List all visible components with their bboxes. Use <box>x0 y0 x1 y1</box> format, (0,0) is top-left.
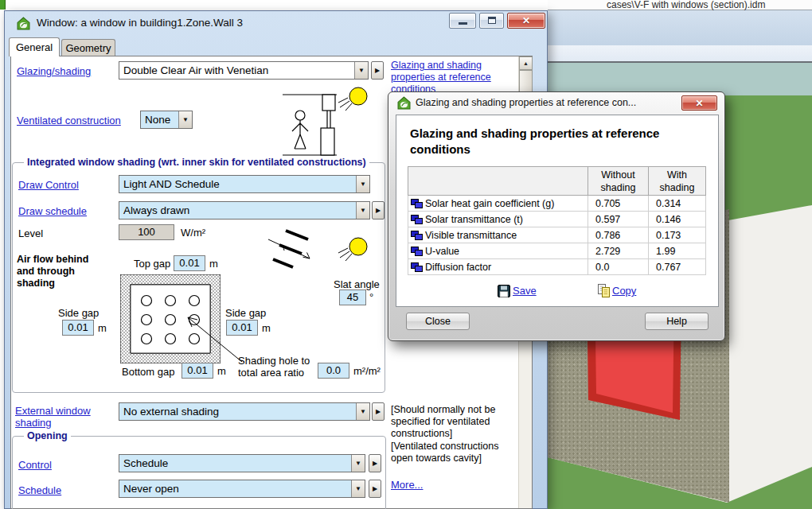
top-gap-unit: m <box>209 258 218 270</box>
slat-angle-unit: ° <box>369 291 373 303</box>
table-row[interactable]: Visible transmittance 0.786 0.173 <box>408 227 706 243</box>
more-link[interactable]: More... <box>391 479 423 491</box>
table-row[interactable]: Solar transmittance (t) 0.597 0.146 <box>408 212 706 227</box>
app-house-icon <box>17 17 30 30</box>
side-gap-left-unit: m <box>98 322 107 334</box>
airflow-note: Air flow behind and through shading <box>17 254 96 289</box>
minimize-icon <box>459 22 467 25</box>
copy-link[interactable]: Copy <box>612 285 636 297</box>
maximize-icon <box>488 17 496 24</box>
draw-schedule-expand-button[interactable]: ▶ <box>372 201 385 220</box>
top-gap-input[interactable]: 0.01 <box>174 255 205 271</box>
table-row[interactable]: Diffusion factor 0.0 0.767 <box>408 259 706 275</box>
sun-icon <box>337 85 370 112</box>
slat-angle-input[interactable]: 45 <box>339 289 366 305</box>
scroll-up-button[interactable]: ▲ <box>519 56 533 70</box>
draw-control-select[interactable]: Light AND Schedule ▼ <box>119 175 370 193</box>
ventilated-construction-link[interactable]: Ventilated construction <box>17 115 121 126</box>
col-with-shading: With shading <box>649 167 706 196</box>
opening-control-expand-button[interactable]: ▶ <box>369 454 381 472</box>
chevron-down-icon[interactable]: ▼ <box>356 176 369 192</box>
close-icon: ✕ <box>682 96 716 111</box>
glazing-expand-button[interactable]: ▶ <box>371 61 384 80</box>
tab-geometry[interactable]: Geometry <box>61 39 115 56</box>
dialog-close-action-button[interactable]: Close <box>406 313 470 330</box>
window-title: Window: a window in building1.Zone.Wall … <box>37 17 243 29</box>
level-input[interactable]: 100 <box>119 224 174 240</box>
parent-toolbar-band <box>548 10 812 45</box>
glazing-properties-dialog: Glazing and shading properties at refere… <box>388 91 725 341</box>
external-shading-expand-button[interactable]: ▶ <box>372 402 385 421</box>
group-title: Opening <box>24 430 71 441</box>
glazing-shading-link[interactable]: Glazing/shading <box>17 65 91 77</box>
document-path-text: cases\V-F with windows (section).idm <box>607 0 765 10</box>
side-gap-left-label: Side gap <box>58 307 99 319</box>
draw-schedule-select[interactable]: Always drawn ▼ <box>119 201 370 220</box>
object-icon <box>411 231 423 240</box>
maximize-button[interactable] <box>479 13 504 29</box>
opening-group: Opening <box>12 436 386 509</box>
expand-arrow-icon: ▶ <box>376 408 381 415</box>
expand-arrow-icon: ▶ <box>373 485 377 492</box>
chevron-down-icon[interactable]: ▼ <box>178 111 192 128</box>
table-row[interactable]: U-value 2.729 1.99 <box>408 243 706 259</box>
opening-schedule-expand-button[interactable]: ▶ <box>369 480 381 498</box>
ventilated-construction-select[interactable]: None ▼ <box>140 111 193 129</box>
chevron-down-icon[interactable]: ▼ <box>351 480 365 497</box>
empty-header-cell <box>408 167 588 196</box>
close-button[interactable]: ✕ <box>507 13 545 29</box>
object-icon <box>411 247 423 256</box>
object-icon <box>411 215 423 224</box>
external-shading-note: [Should normally not be specified for ve… <box>391 404 520 440</box>
opening-schedule-select[interactable]: Never open ▼ <box>119 480 365 498</box>
dialog-content-panel: Glazing and shading properties at refere… <box>396 115 719 307</box>
opening-control-link[interactable]: Control <box>18 459 52 471</box>
properties-table: Without shading With shading Solar heat … <box>408 166 706 275</box>
external-shading-select[interactable]: No external shading ▼ <box>119 402 370 421</box>
parent-toolbar-band2 <box>548 45 812 63</box>
object-icon <box>411 262 423 272</box>
table-row[interactable]: Solar heat gain coefficient (g) 0.705 0.… <box>408 196 706 212</box>
slat-angle-illustration <box>268 228 319 273</box>
object-icon <box>411 199 423 208</box>
dialog-close-button[interactable]: ✕ <box>681 95 717 111</box>
group-title: Integrated window shading (wrt. inner sk… <box>24 157 369 168</box>
save-link[interactable]: Save <box>513 285 537 297</box>
expand-arrow-icon: ▶ <box>376 207 381 214</box>
draw-schedule-link[interactable]: Draw schedule <box>18 205 87 217</box>
reference-properties-link[interactable]: Glazing and shading properties at refere… <box>391 60 494 95</box>
dialog-help-button[interactable]: Help <box>645 313 709 330</box>
close-icon: ✕ <box>508 14 545 28</box>
title-bar[interactable]: Window: a window in building1.Zone.Wall … <box>5 11 547 36</box>
chevron-down-icon[interactable]: ▼ <box>351 455 365 472</box>
level-label: Level <box>18 227 43 239</box>
minimize-button[interactable] <box>449 13 476 29</box>
chevron-down-icon[interactable]: ▼ <box>354 62 368 79</box>
level-unit: W/m² <box>181 227 205 239</box>
glazing-shading-select[interactable]: Double Clear Air with Venetian ▼ <box>119 61 369 80</box>
opening-note: [Ventilated constructions open towards c… <box>391 441 520 464</box>
external-window-shading-link[interactable]: External window shading <box>15 405 107 429</box>
side-gap-right-unit: m <box>262 322 271 334</box>
taskbar-icon-sliver <box>0 0 6 10</box>
dialog-heading: Glazing and shading properties at refere… <box>410 126 690 157</box>
hole-ratio-input[interactable]: 0.0 <box>318 363 349 379</box>
hole-ratio-unit: m²/m² <box>353 365 381 377</box>
tab-general[interactable]: General <box>9 37 60 56</box>
top-gap-label: Top gap <box>134 258 170 270</box>
slat-angle-label: Slat angle <box>334 278 380 290</box>
chevron-down-icon[interactable]: ▼ <box>356 403 369 420</box>
sun-icon <box>337 235 370 262</box>
copy-icon <box>597 284 611 297</box>
side-gap-left-input[interactable]: 0.01 <box>62 320 94 336</box>
opening-control-select[interactable]: Schedule ▼ <box>119 454 365 472</box>
dialog-title: Glazing and shading properties at refere… <box>416 97 636 108</box>
chevron-down-icon[interactable]: ▼ <box>356 202 369 219</box>
opening-schedule-link[interactable]: Schedule <box>18 484 61 496</box>
bottom-gap-label: Bottom gap <box>122 366 175 378</box>
bottom-gap-unit: m <box>217 365 226 377</box>
hole-ratio-label: Shading hole to total area ratio <box>238 355 327 379</box>
hole-ratio-pointer-arrow <box>180 311 245 367</box>
expand-arrow-icon: ▶ <box>373 460 377 467</box>
draw-control-link[interactable]: Draw Control <box>18 179 79 191</box>
